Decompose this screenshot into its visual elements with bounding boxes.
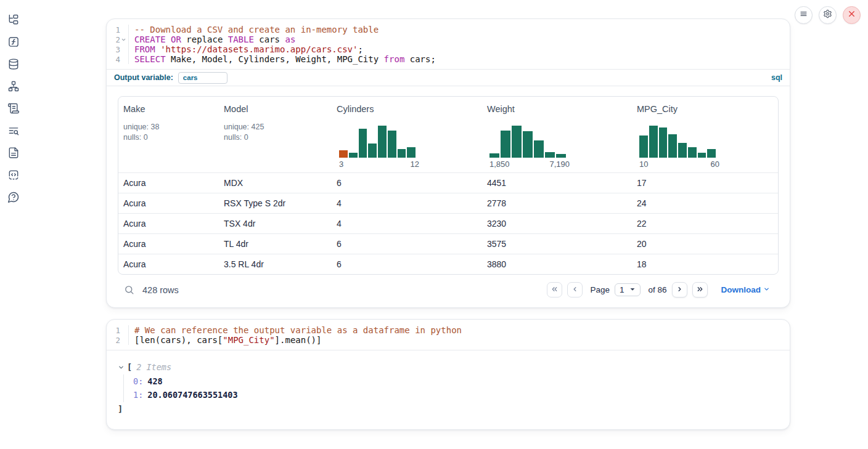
- snippets-icon[interactable]: [7, 169, 20, 181]
- histogram-wrap: 3 12: [339, 126, 416, 169]
- python-editor[interactable]: 1 # We can reference the output variable…: [107, 320, 790, 350]
- cell-weight: 3230: [482, 219, 632, 229]
- table-footer: 428 rows Page 1 of 86: [118, 275, 779, 302]
- cell-weight: 3575: [482, 239, 632, 249]
- collapse-chevron-icon[interactable]: [118, 364, 125, 371]
- sql-output: Make unique: 38 nulls: 0 Model unique: 4…: [107, 86, 790, 307]
- cell-weight: 3880: [482, 259, 632, 269]
- output-variable-row: Output variable: sql: [107, 69, 790, 86]
- download-button[interactable]: Download: [721, 285, 771, 294]
- open-bracket: [: [127, 360, 132, 374]
- column-stats: unique: 425 nulls: 0: [224, 122, 327, 142]
- line-number: 4: [115, 55, 120, 64]
- variables-icon[interactable]: [7, 36, 20, 48]
- column-header-mpg-city: MPG_City 10 60: [632, 97, 778, 172]
- cell-model: RSX Type S 2dr: [219, 198, 332, 208]
- menu-icon: [799, 9, 808, 21]
- scratchpad-icon[interactable]: [7, 102, 20, 115]
- cell-model: MDX: [219, 178, 332, 188]
- table-row[interactable]: Acura TSX 4dr 4 3230 22: [118, 213, 778, 233]
- page-select-value: 1: [620, 285, 624, 294]
- unique-count: unique: 425: [224, 122, 327, 132]
- sql-editor[interactable]: 1 -- Download a CSV and create an in-mem…: [107, 19, 790, 69]
- tree-item: 1: 20.060747663551403: [133, 388, 779, 402]
- cell-cylinders: 4: [332, 198, 482, 208]
- axis-max: 12: [411, 160, 419, 169]
- line-number: 1: [115, 25, 120, 34]
- table-header: Make unique: 38 nulls: 0 Model unique: 4…: [118, 97, 778, 172]
- help-icon[interactable]: [7, 191, 20, 203]
- item-value: 20.060747663551403: [147, 388, 237, 402]
- items-count-label: 2 Items: [136, 360, 171, 374]
- table-row[interactable]: Acura TL 4dr 6 3575 20: [118, 233, 778, 254]
- logs-icon[interactable]: [7, 124, 20, 137]
- line-number: 2: [115, 35, 120, 44]
- line-number: 1: [115, 326, 120, 335]
- code-line: 1 # We can reference the output variable…: [107, 325, 790, 335]
- prev-page-button[interactable]: [567, 282, 583, 297]
- column-title: Model: [224, 104, 327, 114]
- cell-make: Acura: [118, 259, 219, 269]
- row-count: 428 rows: [142, 285, 179, 295]
- table-row[interactable]: Acura MDX 6 4451 17: [118, 172, 778, 193]
- output-variable-input[interactable]: [178, 72, 227, 84]
- chevron-left-icon: [571, 285, 579, 296]
- next-page-button[interactable]: [672, 282, 687, 297]
- histogram-axis: 10 60: [639, 160, 719, 169]
- data-table: Make unique: 38 nulls: 0 Model unique: 4…: [118, 96, 779, 275]
- cell-model: 3.5 RL 4dr: [219, 259, 332, 269]
- code-line: 2 [len(cars), cars["MPG_City"].mean()]: [107, 335, 790, 345]
- last-page-button[interactable]: [692, 282, 708, 297]
- mpg-city-histogram[interactable]: [639, 126, 716, 158]
- column-stats: unique: 38 nulls: 0: [123, 122, 214, 142]
- chevron-down-icon: [763, 285, 770, 294]
- column-title: Weight: [487, 104, 627, 114]
- close-icon: [847, 9, 856, 21]
- tree-close-line: ]: [118, 402, 779, 416]
- column-header-weight: Weight 1,850 7,190: [482, 97, 632, 172]
- table-row[interactable]: Acura 3.5 RL 4dr 6 3880 18: [118, 254, 778, 274]
- tree-item: 0: 428: [133, 374, 779, 389]
- code-line: 2 CREATE OR replace TABLE cars as: [107, 34, 790, 44]
- chevron-right-icon: [676, 285, 684, 296]
- histogram-axis: 3 12: [339, 160, 419, 169]
- weight-histogram[interactable]: [489, 126, 566, 158]
- first-page-button[interactable]: [547, 282, 562, 297]
- file-explorer-icon[interactable]: [7, 14, 20, 26]
- page-select[interactable]: 1: [615, 283, 641, 296]
- cylinders-histogram[interactable]: [339, 126, 416, 158]
- axis-max: 60: [711, 160, 719, 169]
- column-title: Make: [123, 104, 214, 114]
- table-row[interactable]: Acura RSX Type S 2dr 4 2778 24: [118, 193, 778, 213]
- code-text: [len(cars), cars["MPG_City"].mean()]: [129, 335, 321, 345]
- cell-make: Acura: [118, 239, 219, 249]
- settings-button[interactable]: [819, 6, 837, 24]
- python-output: [ 2 Items 0: 428 1: 20.060747663551403 ]: [107, 350, 790, 429]
- code-text: SELECT Make, Model, Cylinders, Weight, M…: [129, 54, 436, 64]
- cell-make: Acura: [118, 219, 219, 229]
- line-number: 3: [115, 45, 120, 54]
- datasources-icon[interactable]: [7, 58, 20, 70]
- search-icon[interactable]: [124, 285, 134, 295]
- menu-button[interactable]: [795, 6, 813, 24]
- cell-make: Acura: [118, 198, 219, 208]
- dependency-graph-icon[interactable]: [7, 80, 20, 92]
- notebook: 1 -- Download a CSV and create an in-mem…: [106, 18, 790, 430]
- sql-cell: 1 -- Download a CSV and create an in-mem…: [106, 18, 790, 308]
- axis-min: 3: [339, 160, 343, 169]
- cell-cylinders: 6: [332, 178, 482, 188]
- cell-cylinders: 6: [332, 259, 482, 269]
- item-index: 1:: [133, 388, 143, 402]
- output-variable-label: Output variable:: [114, 73, 173, 82]
- column-title: Cylinders: [337, 104, 477, 114]
- fold-chevron-icon[interactable]: [121, 37, 126, 42]
- language-badge: sql: [771, 73, 782, 82]
- documentation-icon[interactable]: [7, 147, 20, 159]
- cell-cylinders: 6: [332, 239, 482, 249]
- shutdown-button[interactable]: [843, 6, 861, 24]
- cell-cylinders: 4: [332, 219, 482, 229]
- unique-count: unique: 38: [123, 122, 214, 132]
- cell-mpg-city: 22: [632, 219, 778, 229]
- histogram-wrap: 10 60: [639, 126, 716, 169]
- column-title: MPG_City: [637, 104, 773, 114]
